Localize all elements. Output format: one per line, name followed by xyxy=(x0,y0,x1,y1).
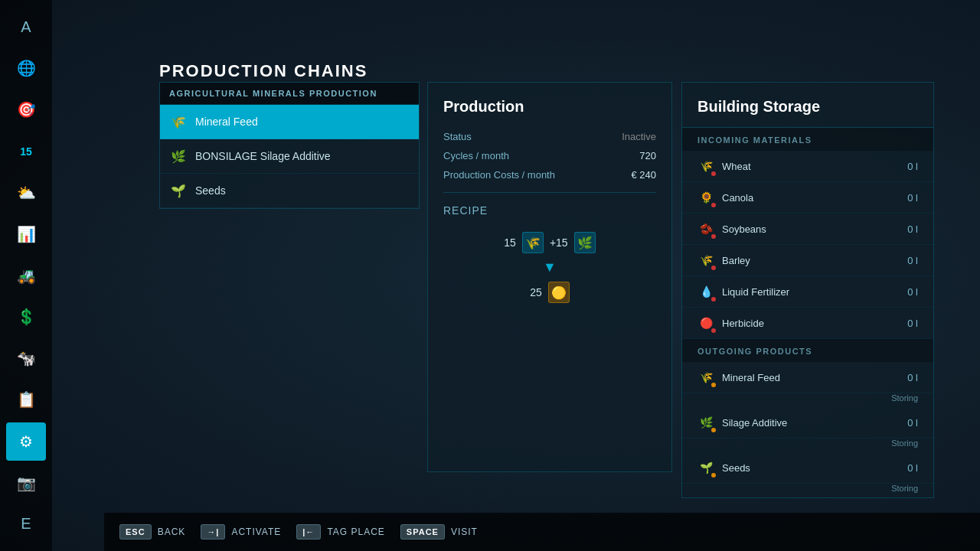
liquid-fertilizer-status-dot xyxy=(711,297,716,302)
sidebar-item-finance[interactable]: 💲 xyxy=(6,298,46,336)
wheat-icon: 🌾 xyxy=(697,158,714,174)
soybeans-icon: 🫘 xyxy=(697,220,714,237)
soybeans-value: 0 l xyxy=(907,223,918,235)
divider xyxy=(443,192,656,193)
storage-title: Building Storage xyxy=(682,83,933,128)
tag-action: TAG PLACE xyxy=(327,527,384,537)
sidebar-item-steering[interactable]: 🎯 xyxy=(6,90,46,129)
storage-item-liquid-fertilizer: 💧 Liquid Fertilizer 0 l xyxy=(682,276,933,308)
storage-item-canola: 🌻 Canola 0 l xyxy=(682,182,933,214)
page-title: PRODUCTION CHAINS xyxy=(159,61,368,81)
soybeans-name: Soybeans xyxy=(722,223,900,235)
herbicide-icon: 🔴 xyxy=(697,315,714,331)
cycles-row: Cycles / month 720 xyxy=(443,150,656,161)
visit-btn[interactable]: SPACE VISIT xyxy=(400,524,478,540)
sidebar-item-e[interactable]: E xyxy=(6,505,46,543)
chain-item-mineral-feed[interactable]: 🌾 Mineral Feed xyxy=(160,105,419,139)
costs-label: Production Costs / month xyxy=(443,169,555,181)
back-action: BACK xyxy=(158,527,186,537)
chains-panel: AGRICULTURAL MINERALS PRODUCTION 🌾 Miner… xyxy=(159,82,420,209)
bonsilage-icon: 🌿 xyxy=(169,147,188,165)
mineral-feed-out-name: Mineral Feed xyxy=(722,372,900,383)
barley-name: Barley xyxy=(722,255,900,266)
barley-value: 0 l xyxy=(907,255,918,266)
outgoing-header: OUTGOING PRODUCTS xyxy=(682,339,933,362)
wheat-value: 0 l xyxy=(907,161,918,172)
chain-item-label: Mineral Feed xyxy=(195,116,258,128)
costs-row: Production Costs / month € 240 xyxy=(443,169,656,181)
incoming-header: INCOMING MATERIALS xyxy=(682,128,933,151)
silage-additive-sub: Storing xyxy=(682,439,933,452)
chain-item-bonsilage[interactable]: 🌿 BONSILAGE Silage Additive xyxy=(160,139,419,174)
seeds-out-value: 0 l xyxy=(907,462,918,474)
status-label: Status xyxy=(443,131,472,142)
storage-item-silage-additive-out: 🌿 Silage Additive 0 l xyxy=(682,407,933,439)
sidebar-item-production[interactable]: ⚙ xyxy=(6,422,46,461)
canola-name: Canola xyxy=(722,192,900,204)
liquid-fertilizer-icon: 💧 xyxy=(697,283,714,300)
sidebar-item-tractor[interactable]: 🚜 xyxy=(6,256,46,295)
status-row: Status Inactive xyxy=(443,131,656,142)
sidebar-item-weather[interactable]: ⛅ xyxy=(6,174,46,212)
herbicide-status-dot xyxy=(711,328,716,333)
visit-action: VISIT xyxy=(451,527,478,537)
soybeans-status-dot xyxy=(711,234,716,239)
storage-item-seeds-out: 🌱 Seeds 0 l xyxy=(682,452,933,484)
sidebar-item-globe[interactable]: 🌐 xyxy=(6,49,46,87)
tag-key: |← xyxy=(296,524,321,540)
space-key: SPACE xyxy=(400,524,445,540)
recipe-output: 25 🟡 xyxy=(530,282,570,303)
storage-item-mineral-feed-out: 🌾 Mineral Feed 0 l xyxy=(682,362,933,393)
silage-additive-out-icon: 🌿 xyxy=(697,414,714,431)
wheat-status-dot xyxy=(711,171,716,176)
seeds-out-name: Seeds xyxy=(722,462,900,474)
storage-panel: Building Storage INCOMING MATERIALS 🌾 Wh… xyxy=(681,82,934,498)
sidebar-item-notes[interactable]: 📋 xyxy=(6,380,46,419)
mineral-feed-sub: Storing xyxy=(682,393,933,407)
recipe-inputs: 15 🌾 +15 🌿 xyxy=(504,232,595,253)
storage-item-barley: 🌾 Barley 0 l xyxy=(682,245,933,276)
esc-key: ESC xyxy=(119,524,152,540)
liquid-fertilizer-value: 0 l xyxy=(907,286,918,298)
barley-icon: 🌾 xyxy=(697,252,714,269)
sidebar-item-camera[interactable]: 📷 xyxy=(6,464,46,502)
input1-icon: 🌾 xyxy=(522,232,544,253)
esc-back-btn[interactable]: ESC BACK xyxy=(119,524,185,540)
seeds-out-icon: 🌱 xyxy=(697,459,714,476)
seeds-status-dot xyxy=(711,473,716,478)
wheat-name: Wheat xyxy=(722,161,900,172)
main-content: PRODUCTION CHAINS AGRICULTURAL MINERALS … xyxy=(52,0,980,551)
input1-amount: 15 xyxy=(504,236,516,249)
storage-item-herbicide: 🔴 Herbicide 0 l xyxy=(682,308,933,339)
cycles-label: Cycles / month xyxy=(443,150,509,161)
storage-item-soybeans: 🫘 Soybeans 0 l xyxy=(682,214,933,245)
activate-key: →| xyxy=(201,524,225,540)
output-icon: 🟡 xyxy=(548,282,570,303)
canola-value: 0 l xyxy=(907,192,918,204)
sidebar-item-a[interactable]: A xyxy=(6,8,46,46)
output-amount: 25 xyxy=(530,286,542,298)
bottom-bar: ESC BACK →| ACTIVATE |← TAG PLACE SPACE … xyxy=(104,513,980,551)
tag-place-btn[interactable]: |← TAG PLACE xyxy=(296,524,385,540)
cycles-value: 720 xyxy=(639,150,656,161)
activate-btn[interactable]: →| ACTIVATE xyxy=(201,524,281,540)
silage-status-dot xyxy=(711,428,716,432)
sidebar: A 🌐 🎯 15 ⛅ 📊 🚜 💲 🐄 📋 ⚙ 📷 E xyxy=(0,0,52,551)
silage-additive-out-value: 0 l xyxy=(907,417,918,429)
costs-value: € 240 xyxy=(631,169,656,181)
recipe-title: Recipe xyxy=(443,204,656,217)
storage-item-wheat: 🌾 Wheat 0 l xyxy=(682,151,933,182)
canola-status-dot xyxy=(711,203,716,207)
herbicide-value: 0 l xyxy=(907,318,918,329)
sidebar-item-animal[interactable]: 🐄 xyxy=(6,339,46,377)
chain-item-seeds[interactable]: 🌱 Seeds xyxy=(160,174,419,208)
silage-additive-out-name: Silage Additive xyxy=(722,417,900,429)
chain-item-label: BONSILAGE Silage Additive xyxy=(195,150,331,162)
sidebar-item-calendar[interactable]: 15 xyxy=(6,132,46,170)
barley-status-dot xyxy=(711,266,716,270)
seeds-sub: Storing xyxy=(682,484,933,497)
canola-icon: 🌻 xyxy=(697,189,714,206)
recipe-visual: 15 🌾 +15 🌿 ▼ 25 🟡 xyxy=(443,232,656,303)
production-panel: Production Status Inactive Cycles / mont… xyxy=(427,82,672,472)
sidebar-item-chart[interactable]: 📊 xyxy=(6,215,46,253)
